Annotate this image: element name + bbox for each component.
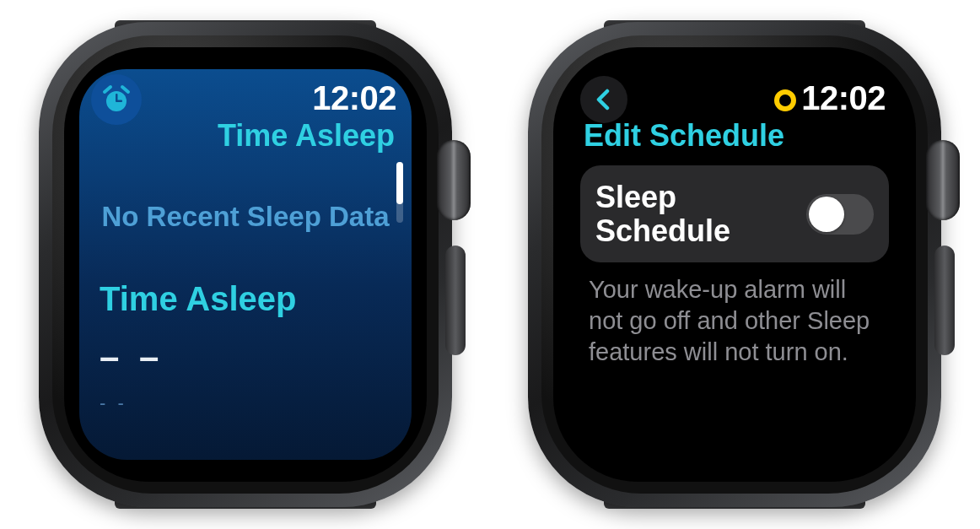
side-button[interactable] bbox=[445, 246, 466, 355]
screen-time-asleep[interactable]: 12:02 Time Asleep No Recent Sleep Data T… bbox=[79, 69, 412, 460]
toggle-knob bbox=[809, 197, 844, 232]
page-title: Edit Schedule bbox=[568, 116, 901, 154]
sleep-schedule-row[interactable]: Sleep Schedule bbox=[580, 165, 889, 262]
section-title-time-asleep: Time Asleep bbox=[79, 280, 412, 318]
sleep-schedule-caption: Your wake-up alarm will not go off and o… bbox=[568, 262, 901, 368]
status-bar: 12:02 bbox=[79, 69, 412, 116]
time-asleep-subvalue: - - bbox=[79, 377, 412, 414]
alarm-clock-icon bbox=[100, 83, 133, 116]
sleep-schedule-toggle[interactable] bbox=[806, 194, 874, 235]
app-title: Time Asleep bbox=[79, 118, 412, 154]
side-button[interactable] bbox=[934, 246, 955, 355]
screen-edit-schedule[interactable]: 12:02 Edit Schedule Sleep Schedule Your … bbox=[568, 69, 901, 460]
app-icon-container[interactable] bbox=[91, 74, 142, 125]
scrollbar-thumb[interactable] bbox=[396, 162, 403, 204]
no-recent-data-label: No Recent Sleep Data bbox=[79, 201, 412, 233]
sleep-schedule-label: Sleep Schedule bbox=[595, 181, 796, 247]
status-time: 12:02 bbox=[312, 79, 396, 117]
watch-time-asleep: 12:02 Time Asleep No Recent Sleep Data T… bbox=[39, 22, 452, 507]
watch-edit-schedule: 12:02 Edit Schedule Sleep Schedule Your … bbox=[528, 22, 941, 507]
activity-ring-icon bbox=[774, 89, 796, 111]
status-bar: 12:02 bbox=[568, 69, 901, 116]
digital-crown[interactable] bbox=[437, 140, 471, 220]
time-asleep-value: – – bbox=[79, 318, 412, 377]
back-button[interactable] bbox=[580, 76, 627, 123]
status-time: 12:02 bbox=[801, 79, 886, 117]
svg-rect-2 bbox=[116, 100, 122, 103]
chevron-left-icon bbox=[593, 89, 615, 111]
digital-crown[interactable] bbox=[926, 140, 960, 220]
